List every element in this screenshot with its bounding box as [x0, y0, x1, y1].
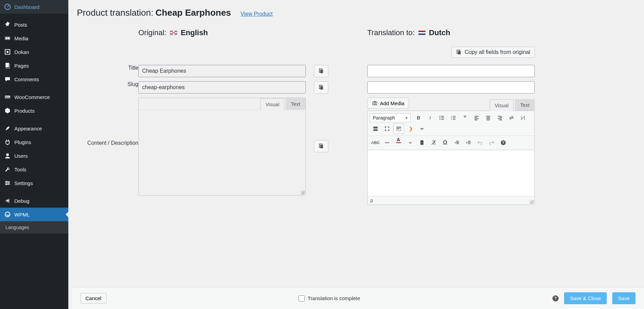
text-color-button[interactable]	[393, 138, 404, 148]
svg-rect-49	[499, 117, 502, 118]
translation-complete-checkbox[interactable]: Translation is complete	[299, 295, 360, 301]
numbered-list-button[interactable]: 123	[448, 113, 459, 123]
align-left-button[interactable]	[471, 113, 482, 123]
resize-grip-icon[interactable]	[301, 191, 305, 195]
sidebar-item-wpml[interactable]: WPML	[0, 208, 68, 221]
svg-point-15	[8, 182, 9, 184]
translation-slug-input[interactable]	[367, 81, 535, 94]
pages-icon	[4, 62, 11, 69]
svg-rect-19	[458, 51, 461, 54]
sidebar-item-languages[interactable]: Languages	[0, 221, 68, 234]
products-icon	[4, 107, 11, 114]
sidebar-item-comments[interactable]: Comments	[0, 72, 68, 86]
svg-rect-60	[398, 128, 399, 129]
align-center-button[interactable]	[483, 113, 494, 123]
sidebar-item-media[interactable]: Media	[0, 31, 68, 45]
sidebar-item-settings[interactable]: Settings	[0, 176, 68, 190]
svg-rect-50	[498, 118, 502, 119]
svg-rect-69	[468, 143, 470, 144]
svg-rect-42	[475, 118, 479, 119]
sidebar-label: Products	[14, 108, 35, 114]
chevron-down-icon[interactable]	[416, 124, 427, 134]
copy-icon	[318, 143, 324, 149]
complete-checkbox-input[interactable]	[299, 295, 305, 301]
svg-text:3: 3	[451, 118, 452, 120]
help-icon[interactable]: ?	[552, 295, 559, 301]
svg-rect-58	[400, 127, 401, 128]
translation-lang-name: Dutch	[429, 28, 450, 37]
copy-title-button[interactable]	[314, 65, 328, 77]
add-media-button[interactable]: Add Media	[367, 98, 409, 109]
toolbar-toggle-button[interactable]	[393, 124, 404, 134]
italic-button[interactable]: I	[425, 113, 436, 123]
svg-point-27	[374, 102, 375, 104]
outdent-button[interactable]	[451, 138, 462, 148]
svg-rect-45	[487, 117, 490, 118]
svg-rect-53	[373, 128, 378, 129]
svg-point-16	[6, 184, 7, 185]
bullet-list-button[interactable]	[436, 113, 447, 123]
svg-point-10	[6, 153, 9, 156]
title-label: Title	[77, 63, 138, 73]
bold-button[interactable]: B	[413, 113, 424, 123]
clear-formatting-button[interactable]	[428, 138, 439, 148]
unlink-button[interactable]	[518, 113, 529, 123]
copy-content-button[interactable]	[314, 140, 328, 152]
ltr-button[interactable]: ❩	[405, 124, 416, 134]
view-product-link[interactable]: View Product	[241, 11, 273, 17]
flag-nl-icon	[418, 30, 426, 35]
sidebar-item-tools[interactable]: Tools	[0, 163, 68, 176]
svg-point-5	[6, 51, 9, 53]
sidebar-item-plugins[interactable]: Plugins	[0, 135, 68, 149]
translation-title-input[interactable]	[367, 65, 535, 77]
sidebar-label: Dokan	[14, 49, 29, 55]
sidebar-item-products[interactable]: Products	[0, 104, 68, 117]
resize-grip-icon[interactable]	[530, 200, 534, 204]
svg-rect-57	[398, 127, 399, 128]
text-tab[interactable]: Text	[286, 98, 305, 110]
svg-rect-52	[373, 127, 378, 128]
sidebar-item-posts[interactable]: Posts	[0, 18, 68, 31]
copy-icon	[318, 84, 324, 90]
insert-more-button[interactable]	[370, 124, 381, 134]
redo-button[interactable]	[486, 138, 497, 148]
sidebar-item-users[interactable]: Users	[0, 149, 68, 163]
strikethrough-button[interactable]: ABC	[370, 138, 381, 148]
sidebar-item-debug[interactable]: Debug	[0, 194, 68, 208]
sidebar-item-pages[interactable]: Pages	[0, 59, 68, 72]
undo-button[interactable]	[475, 138, 485, 148]
visual-tab[interactable]: Visual	[490, 99, 514, 111]
text-color-dropdown[interactable]	[405, 138, 416, 148]
sidebar-item-woocommerce[interactable]: Woo WooCommerce	[0, 90, 68, 104]
fullscreen-button[interactable]	[382, 124, 393, 134]
svg-point-1	[5, 37, 8, 39]
svg-rect-47	[487, 120, 490, 120]
sidebar-item-dashboard[interactable]: Dashboard	[0, 0, 68, 14]
help-button[interactable]: ?	[498, 138, 509, 148]
sidebar-item-dokan[interactable]: Dokan	[0, 45, 68, 59]
horizontal-rule-button[interactable]	[382, 138, 393, 148]
translation-content-body[interactable]	[368, 150, 534, 196]
copy-slug-button[interactable]	[314, 81, 328, 94]
svg-rect-62	[421, 141, 424, 145]
align-right-button[interactable]	[494, 113, 505, 123]
camera-icon	[372, 100, 378, 106]
sidebar-item-appearance[interactable]: Appearance	[0, 122, 68, 135]
format-select[interactable]: Paragraph	[370, 113, 411, 122]
cancel-button[interactable]: Cancel	[80, 293, 107, 304]
woocommerce-icon: Woo	[4, 94, 11, 100]
paste-text-button[interactable]	[416, 138, 427, 148]
save-close-button[interactable]: Save & Close	[564, 292, 607, 304]
translation-content-editor: Paragraph B I 123 “ ❩	[367, 111, 535, 205]
save-button[interactable]: Save	[612, 292, 635, 304]
blockquote-button[interactable]: “	[460, 113, 470, 123]
indent-button[interactable]	[463, 138, 474, 148]
svg-rect-44	[486, 116, 491, 117]
link-button[interactable]	[506, 113, 517, 123]
title-prefix: Product translation:	[77, 8, 153, 18]
plugins-icon	[4, 139, 11, 145]
special-char-button[interactable]: Ω	[440, 138, 451, 148]
text-tab[interactable]: Text	[515, 99, 535, 111]
visual-tab[interactable]: Visual	[260, 98, 285, 110]
copy-all-button[interactable]: Copy all fields from original	[451, 47, 535, 58]
